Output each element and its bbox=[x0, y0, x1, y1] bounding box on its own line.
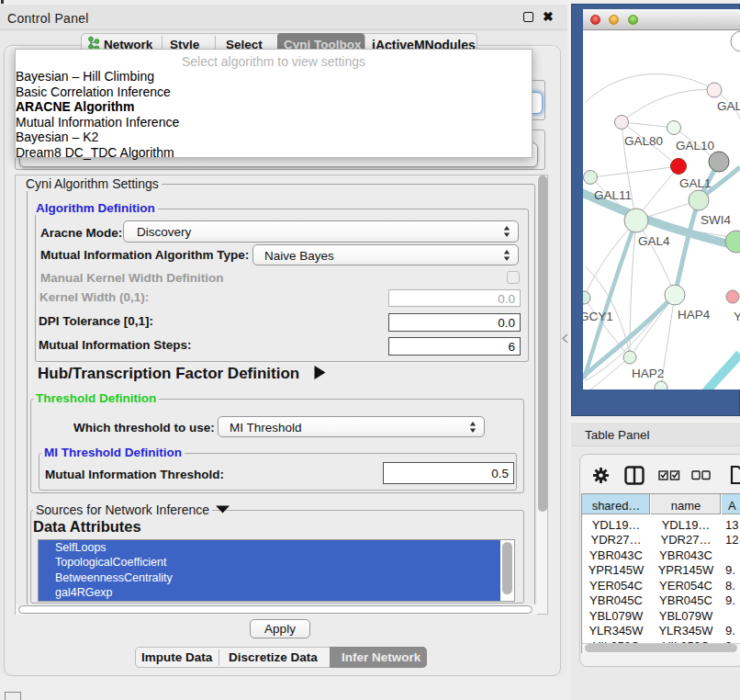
svg-text:HAP4: HAP4 bbox=[678, 308, 711, 322]
svg-text:GAL80: GAL80 bbox=[624, 134, 663, 148]
svg-text:GAL4: GAL4 bbox=[638, 234, 670, 248]
svg-text:Y: Y bbox=[734, 310, 740, 323]
svg-text:GAL10: GAL10 bbox=[676, 139, 714, 152]
svg-text:HAP2: HAP2 bbox=[632, 367, 664, 380]
svg-text:SWI4: SWI4 bbox=[701, 213, 731, 227]
svg-text:GAL1: GAL1 bbox=[679, 176, 712, 190]
svg-text:GAL2: GAL2 bbox=[717, 99, 740, 113]
svg-text:GAL11: GAL11 bbox=[594, 188, 632, 202]
svg-text:GCY1: GCY1 bbox=[583, 310, 613, 323]
